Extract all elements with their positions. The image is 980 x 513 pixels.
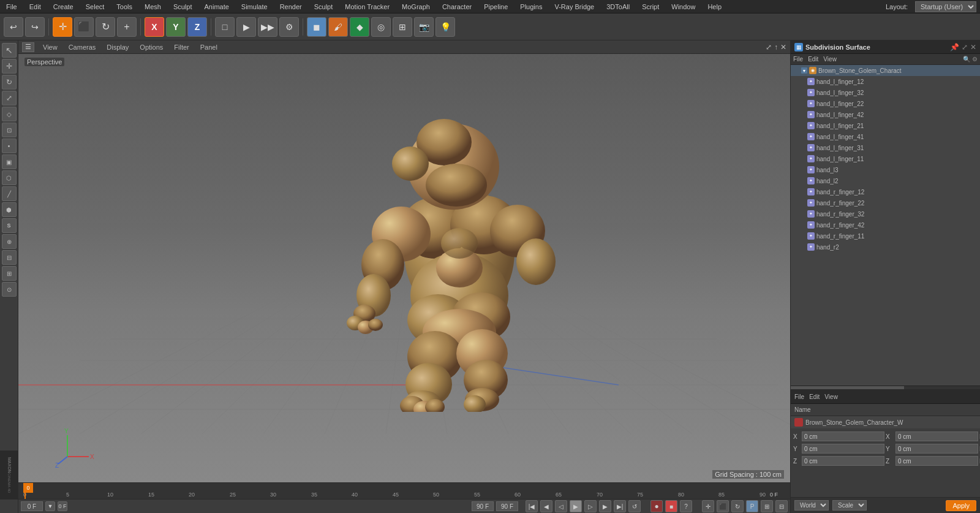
list-item[interactable]: ▼ ◉ Brown_Stone_Golem_Charact — [791, 65, 980, 76]
list-item[interactable]: ✦ hand_l_finger_32 — [791, 87, 980, 98]
select-button[interactable]: ◆ — [350, 17, 369, 37]
tool-scale[interactable]: ⤢ — [2, 91, 17, 105]
scale-dropdown[interactable]: Scale — [832, 500, 867, 511]
object-button[interactable]: □ — [215, 17, 235, 37]
move-btn[interactable]: ✛ — [702, 500, 714, 512]
y-pos-input[interactable] — [802, 444, 884, 454]
object-color-swatch[interactable] — [794, 418, 803, 427]
loop-button[interactable]: ↺ — [628, 500, 641, 512]
list-item[interactable]: ✦ hand_l_finger_21 — [791, 120, 980, 131]
list-item[interactable]: ✦ hand_r_finger_12 — [791, 186, 980, 197]
horizontal-scrollbar[interactable] — [791, 386, 980, 389]
list-item[interactable]: ✦ hand_l_finger_31 — [791, 142, 980, 153]
list-item[interactable]: ✦ hand_r2 — [791, 241, 980, 253]
right-menu-view[interactable]: View — [823, 56, 837, 63]
tool-select[interactable]: ↖ — [2, 43, 17, 58]
vp-up-icon[interactable]: ↑ — [774, 43, 778, 51]
object-main-row[interactable]: Brown_Stone_Golem_Character_W — [791, 416, 980, 428]
go-end-button[interactable]: ▶| — [614, 500, 626, 512]
list-item[interactable]: ✦ hand_l_finger_22 — [791, 98, 980, 109]
panel-expand-icon[interactable]: ⤢ — [962, 43, 968, 51]
menu-3dtoall[interactable]: 3DToAll — [604, 2, 632, 12]
magnet-button[interactable]: ◎ — [371, 17, 391, 37]
tool-rotate[interactable]: ↻ — [2, 75, 17, 89]
menu-tools[interactable]: Tools — [114, 2, 135, 12]
rotate-tool-button[interactable]: ↻ — [96, 17, 115, 37]
render-anim-button[interactable]: ▶▶ — [258, 17, 277, 37]
tool-paint[interactable]: ⬢ — [2, 202, 17, 217]
rot-btn[interactable]: ↻ — [731, 500, 744, 512]
help-button[interactable]: ? — [680, 500, 692, 512]
list-item[interactable]: ✦ hand_l_finger_11 — [791, 153, 980, 164]
go-start-button[interactable]: |◀ — [526, 500, 538, 512]
world-dropdown[interactable]: World — [794, 500, 829, 511]
menu-plugins[interactable]: Plugins — [518, 2, 545, 12]
record-button[interactable]: ● — [650, 500, 663, 512]
panel-pin-icon[interactable]: 📌 — [950, 43, 959, 51]
vp-menu-view[interactable]: View — [40, 42, 60, 52]
vp-menu-cameras[interactable]: Cameras — [66, 42, 99, 52]
paint-button[interactable]: 🖌 — [328, 17, 348, 37]
light-button[interactable]: 💡 — [435, 17, 455, 37]
menu-edit[interactable]: Edit — [27, 2, 43, 12]
menu-mograph[interactable]: MoGraph — [399, 2, 432, 12]
list-item[interactable]: ✦ hand_r_finger_42 — [791, 219, 980, 230]
grid-button[interactable]: ⊞ — [393, 17, 412, 37]
next-frame-button[interactable]: ▶ — [599, 500, 611, 512]
right-menu-edit[interactable]: Edit — [808, 56, 818, 63]
tool-move[interactable]: ✛ — [2, 59, 17, 74]
vp-menu-filter[interactable]: Filter — [172, 42, 191, 52]
move-tool-button[interactable]: ✛ — [53, 17, 72, 37]
menu-sculpt[interactable]: Sculpt — [171, 2, 195, 12]
render-settings-button[interactable]: ⚙ — [279, 17, 299, 37]
x-pos-input[interactable] — [802, 431, 884, 441]
menu-render[interactable]: Render — [277, 2, 304, 12]
camera-button[interactable]: 📷 — [414, 17, 434, 37]
tool-weld[interactable]: ⊕ — [2, 234, 17, 249]
timeline-ruler[interactable]: 0 0 5 10 15 20 25 30 35 40 45 50 55 60 6… — [18, 483, 790, 500]
right-bottom-file[interactable]: File — [794, 393, 804, 400]
menu-character[interactable]: Character — [440, 2, 474, 12]
list-item[interactable]: ✦ hand_r_finger_22 — [791, 197, 980, 208]
right-search-icon[interactable]: 🔍 — [963, 56, 970, 63]
tool-live[interactable]: ⬡ — [2, 170, 17, 185]
menu-select[interactable]: Select — [83, 2, 107, 12]
menu-animate[interactable]: Animate — [202, 2, 231, 12]
tool-box[interactable]: ▣ — [2, 154, 17, 169]
z-pos-input2[interactable] — [895, 456, 978, 466]
menu-help[interactable]: Help — [705, 2, 724, 12]
scale-btn[interactable]: ⬛ — [717, 500, 729, 512]
tool-poly[interactable]: ◇ — [2, 107, 17, 121]
list-item[interactable]: ✦ hand_r_finger_32 — [791, 208, 980, 219]
scale-tool-button[interactable]: ⬛ — [74, 17, 94, 37]
layout-btn[interactable]: ⊟ — [775, 500, 788, 512]
prev-frame-button[interactable]: ◀ — [540, 500, 552, 512]
y-pos-input2[interactable] — [895, 444, 978, 454]
end-frame-input[interactable] — [472, 501, 494, 511]
menu-mesh[interactable]: Mesh — [142, 2, 164, 12]
p-btn[interactable]: P — [746, 500, 758, 512]
frame-input-mini[interactable]: 0 F — [58, 501, 67, 511]
z-pos-input[interactable] — [802, 456, 884, 466]
end-frame-input2[interactable] — [496, 501, 518, 511]
menu-sculpt2[interactable]: Sculpt — [312, 2, 336, 12]
tool-layer[interactable]: ⊟ — [2, 250, 17, 265]
grid-btn[interactable]: ⊞ — [761, 500, 773, 512]
expand-icon[interactable]: ▼ — [801, 67, 807, 74]
list-item[interactable]: ✦ hand_l_finger_42 — [791, 109, 980, 120]
right-settings-icon[interactable]: ⚙ — [972, 56, 978, 63]
tool-edge[interactable]: ⊡ — [2, 123, 17, 137]
y-axis-button[interactable]: Y — [166, 17, 186, 37]
menu-motion-tracker[interactable]: Motion Tracker — [342, 2, 392, 12]
stop-record-button[interactable]: ■ — [665, 500, 677, 512]
menu-simulate[interactable]: Simulate — [239, 2, 270, 12]
tool-s[interactable]: S — [2, 218, 17, 233]
right-bottom-edit[interactable]: Edit — [809, 393, 820, 400]
list-item[interactable]: ✦ hand_l_finger_41 — [791, 131, 980, 142]
apply-button[interactable]: Apply — [946, 500, 976, 511]
list-item[interactable]: ✦ hand_l_finger_12 — [791, 76, 980, 87]
vp-close-icon[interactable]: ✕ — [780, 43, 786, 51]
tool-line[interactable]: ╱ — [2, 186, 17, 201]
add-button[interactable]: + — [117, 17, 137, 37]
play-button[interactable]: ▶ — [570, 500, 582, 512]
